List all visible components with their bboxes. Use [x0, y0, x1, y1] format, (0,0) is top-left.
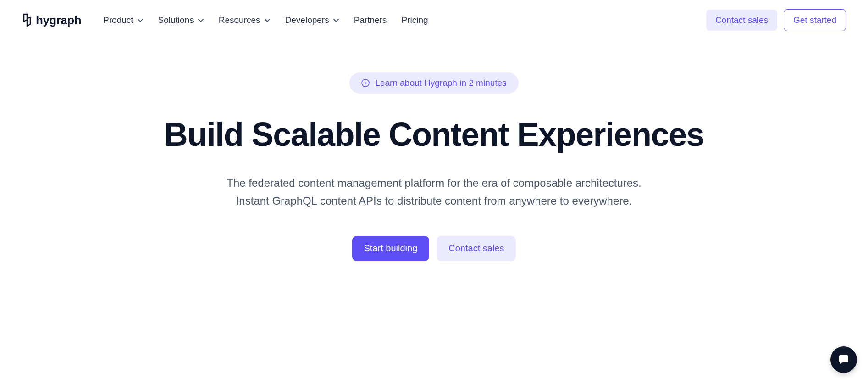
header: hygraph Product Solutions Resources Deve… — [0, 0, 868, 40]
chevron-down-icon — [198, 17, 204, 23]
nav-item-product[interactable]: Product — [103, 15, 143, 25]
chevron-down-icon — [137, 17, 144, 23]
contact-sales-hero-button[interactable]: Contact sales — [437, 236, 516, 261]
nav-label: Resources — [219, 15, 260, 25]
hygraph-logo-icon — [22, 13, 32, 27]
nav-item-solutions[interactable]: Solutions — [158, 15, 204, 25]
nav-label: Solutions — [158, 15, 194, 25]
get-started-button[interactable]: Get started — [784, 9, 846, 31]
pill-label: Learn about Hygraph in 2 minutes — [375, 78, 506, 88]
chat-widget[interactable] — [830, 346, 857, 373]
hero-section: Learn about Hygraph in 2 minutes Build S… — [159, 40, 709, 261]
learn-pill[interactable]: Learn about Hygraph in 2 minutes — [349, 72, 518, 94]
hero-subheadline: The federated content management platfor… — [214, 174, 654, 210]
nav-item-developers[interactable]: Developers — [285, 15, 339, 25]
play-circle-icon — [361, 79, 370, 87]
contact-sales-button[interactable]: Contact sales — [706, 10, 777, 31]
logo[interactable]: hygraph — [22, 13, 81, 28]
nav-item-pricing[interactable]: Pricing — [401, 15, 428, 25]
nav-item-partners[interactable]: Partners — [354, 15, 387, 25]
nav-label: Product — [103, 15, 133, 25]
logo-text: hygraph — [36, 13, 81, 28]
hero-headline: Build Scalable Content Experiences — [159, 116, 709, 154]
chat-icon — [837, 353, 851, 367]
hero-actions: Start building Contact sales — [159, 236, 709, 261]
chevron-down-icon — [264, 17, 271, 23]
nav-item-resources[interactable]: Resources — [219, 15, 271, 25]
chevron-down-icon — [333, 17, 339, 23]
start-building-button[interactable]: Start building — [352, 236, 430, 261]
nav-label: Partners — [354, 15, 387, 25]
header-actions: Contact sales Get started — [706, 9, 846, 31]
main-nav: Product Solutions Resources Developers P… — [103, 15, 684, 25]
nav-label: Developers — [285, 15, 329, 25]
nav-label: Pricing — [401, 15, 428, 25]
